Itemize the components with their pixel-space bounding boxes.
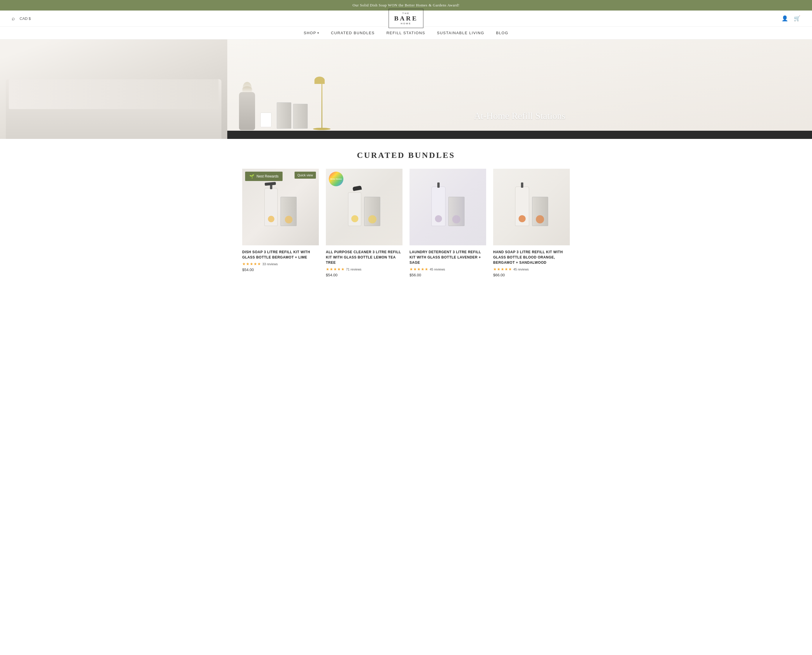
section-title: CURATED BUNDLES xyxy=(0,151,812,160)
review-count-2: 71 reviews xyxy=(346,268,361,271)
nav-item-shop[interactable]: SHOP ▾ xyxy=(304,31,319,35)
header-right: 👤 🛒 xyxy=(781,15,800,22)
product-price-1: $54.00 xyxy=(242,268,319,272)
product-rating-1: ★★★★★ 33 reviews xyxy=(242,262,319,266)
announcement-text: Our Solid Dish Soap WON the Better Homes… xyxy=(352,3,460,7)
product-card-2: Better Homes ALL PURPOSE CLEANER 3 LITRE… xyxy=(326,169,403,277)
decor-candle xyxy=(260,112,271,127)
products-grid: 🌱 Nest Rewards Quick view DISH SOAP 3 LI… xyxy=(231,169,581,289)
product-rating-4: ★★★★★ 45 reviews xyxy=(493,267,570,272)
product-rating-2: ★★★★★ 71 reviews xyxy=(326,267,403,272)
product-name-1: DISH SOAP 3 LITRE REFILL KIT WITH GLASS … xyxy=(242,249,319,260)
cart-icon[interactable]: 🛒 xyxy=(794,15,800,22)
product-price-4: $66.00 xyxy=(493,273,570,277)
hero-banner: At-Home Refill Stations xyxy=(0,40,812,139)
currency-selector[interactable]: CAD $ xyxy=(20,16,31,21)
product-boxes xyxy=(277,102,308,130)
quick-view-button[interactable]: Quick view xyxy=(295,172,316,179)
account-icon[interactable]: 👤 xyxy=(781,15,788,22)
stars-icon-4: ★★★★★ xyxy=(493,267,512,272)
product-card-4: HAND SOAP 3 LITRE REFILL KIT WITH GLASS … xyxy=(493,169,570,277)
product-card-3: LAUNDRY DETERGENT 3 LITRE REFILL KIT WIT… xyxy=(409,169,486,277)
product-image-1[interactable]: 🌱 Nest Rewards Quick view xyxy=(242,169,319,245)
search-icon[interactable]: ⌕ xyxy=(12,15,15,22)
product-card-1: 🌱 Nest Rewards Quick view DISH SOAP 3 LI… xyxy=(242,169,319,277)
stars-icon-2: ★★★★★ xyxy=(326,267,345,272)
award-badge: Better Homes xyxy=(329,172,343,186)
nav-item-refill-stations[interactable]: REFILL STATIONS xyxy=(386,31,425,35)
logo[interactable]: THE BARE HOME xyxy=(388,9,423,28)
review-count-1: 33 reviews xyxy=(262,262,278,266)
header: ⌕ CAD $ THE BARE HOME 👤 🛒 xyxy=(0,11,812,27)
logo-bare: BARE xyxy=(394,15,418,22)
product-name-3: LAUNDRY DETERGENT 3 LITRE REFILL KIT WIT… xyxy=(409,249,486,265)
hero-text: At-Home Refill Stations xyxy=(474,111,565,121)
product-price-3: $56.00 xyxy=(409,273,486,277)
product-rating-3: ★★★★★ 45 reviews xyxy=(409,267,486,272)
product-image-3[interactable] xyxy=(409,169,486,245)
product-price-2: $54.00 xyxy=(326,273,403,277)
hero-image-left xyxy=(0,40,227,139)
product-image-4[interactable] xyxy=(493,169,570,245)
nav-item-curated-bundles[interactable]: CURATED BUNDLES xyxy=(331,31,375,35)
decor-lamp xyxy=(313,77,331,130)
logo-home: HOME xyxy=(394,22,418,25)
review-count-3: 45 reviews xyxy=(430,268,445,271)
hero-image-main: At-Home Refill Stations xyxy=(227,40,812,139)
nav-item-blog[interactable]: BLOG xyxy=(496,31,508,35)
stars-icon-3: ★★★★★ xyxy=(409,267,429,272)
decor-vase xyxy=(239,92,255,130)
product-name-4: HAND SOAP 3 LITRE REFILL KIT WITH GLASS … xyxy=(493,249,570,265)
chevron-down-icon: ▾ xyxy=(317,31,320,34)
product-name-2: ALL PURPOSE CLEANER 3 LITRE REFILL KIT W… xyxy=(326,249,403,265)
stars-icon-1: ★★★★★ xyxy=(242,262,261,266)
nav-item-sustainable-living[interactable]: SUSTAINABLE LIVING xyxy=(437,31,484,35)
review-count-4: 45 reviews xyxy=(514,268,529,271)
product-image-2[interactable]: Better Homes xyxy=(326,169,403,245)
logo-the: THE xyxy=(394,12,418,15)
main-nav: SHOP ▾ CURATED BUNDLES REFILL STATIONS S… xyxy=(0,27,812,40)
nest-rewards-icon: 🌱 xyxy=(249,174,254,179)
nest-rewards-badge: 🌱 Nest Rewards xyxy=(245,172,283,181)
header-left: ⌕ CAD $ xyxy=(12,15,31,22)
logo-box: THE BARE HOME xyxy=(388,9,423,28)
